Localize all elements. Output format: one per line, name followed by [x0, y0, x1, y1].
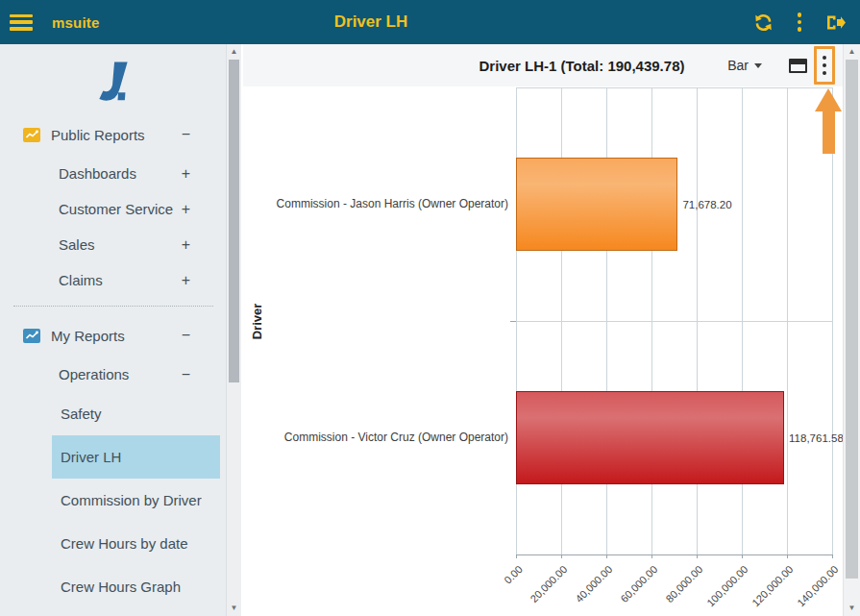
panel-kebab-icon[interactable]: [814, 46, 835, 85]
gridline: [832, 87, 833, 554]
kebab-icon[interactable]: [789, 12, 810, 33]
sidebar-item-customer-service[interactable]: Customer Service+: [0, 191, 227, 227]
sidebar-item-label: Sales: [59, 236, 95, 253]
x-axis-tick-label: 0.00: [502, 563, 525, 586]
x-axis-tick-label: 60,000.00: [618, 563, 659, 604]
sidebar-item-my-reports[interactable]: My Reports−: [0, 314, 227, 357]
main-scrollbar-thumb[interactable]: [846, 60, 858, 579]
panel-header: Driver LH-1 (Total: 190,439.78) Bar: [243, 44, 844, 87]
sidebar-item-safety[interactable]: Safety: [52, 392, 220, 435]
sidebar-item-label: Public Reports: [51, 127, 145, 143]
scroll-up-icon[interactable]: ▲: [227, 45, 241, 59]
scroll-down-icon[interactable]: ▼: [227, 602, 241, 615]
sidebar-item-label: Safety: [61, 401, 102, 427]
app-logo: [0, 44, 227, 113]
sidebar-nav: Public Reports−Dashboards+Customer Servi…: [0, 113, 227, 616]
plot-border-top: [516, 87, 832, 88]
sidebar-item-label: Equipment on Street Graph: [61, 612, 220, 616]
expand-icon[interactable]: +: [182, 201, 190, 218]
bar-victor-cruz[interactable]: [516, 391, 784, 484]
sidebar-item-label: My Reports: [51, 328, 125, 344]
y-axis-label: Driver: [247, 87, 268, 554]
axis-tick: [832, 554, 833, 558]
x-axis-tick-label: 40,000.00: [573, 563, 614, 604]
sidebar-item-label: Driver LH: [61, 444, 121, 470]
sidebar-scrollbar-thumb[interactable]: [229, 60, 239, 382]
expand-icon[interactable]: +: [182, 272, 190, 289]
sidebar-item-label: Crew Hours by date: [61, 530, 188, 556]
expand-icon[interactable]: +: [182, 165, 190, 183]
line-chart-icon: [23, 128, 40, 142]
sidebar-item-dashboards[interactable]: Dashboards+: [0, 156, 227, 191]
category-label: Commission - Jason Harris (Owner Operato…: [266, 158, 508, 251]
x-axis-tick-label: 120,000.00: [749, 563, 795, 608]
collapse-icon[interactable]: −: [182, 366, 190, 383]
value-label: 71,678.20: [682, 158, 731, 251]
main-scrollbar[interactable]: ▲ ▼: [843, 44, 860, 616]
sidebar-item-commission-by-driver[interactable]: Commission by Driver: [52, 479, 220, 522]
sidebar-item-equipment-on-street-graph[interactable]: Equipment on Street Graph: [52, 608, 220, 616]
hamburger-icon[interactable]: [10, 14, 33, 31]
sidebar: Public Reports−Dashboards+Customer Servi…: [0, 44, 243, 616]
sidebar-item-operations[interactable]: Operations−: [0, 357, 227, 392]
category-label: Commission - Victor Cruz (Owner Operator…: [266, 391, 508, 484]
sidebar-item-claims[interactable]: Claims+: [0, 262, 227, 298]
gridline: [516, 321, 832, 322]
bar-jason-harris[interactable]: [516, 158, 677, 251]
expand-icon[interactable]: +: [182, 236, 190, 254]
x-axis-tick-label: 20,000.00: [528, 563, 569, 604]
sidebar-item-label: Customer Service: [59, 201, 173, 217]
sidebar-item-label: Dashboards: [59, 165, 136, 182]
chart-card: 0.0020,000.0040,000.0060,000.0080,000.00…: [243, 86, 844, 616]
page-title: Driver LH: [334, 12, 408, 32]
sidebar-item-label: Claims: [59, 272, 103, 288]
sidebar-divider: [13, 306, 213, 307]
gridline: [742, 87, 743, 554]
x-axis-line: [516, 554, 832, 555]
value-label: 118,761.58: [789, 391, 844, 484]
app-brand: msuite: [52, 14, 100, 31]
report-panel: Driver LH-1 (Total: 190,439.78) Bar 0.00…: [243, 44, 860, 616]
sidebar-item-public-reports[interactable]: Public Reports−: [0, 113, 227, 156]
sidebar-item-crew-hours-graph[interactable]: Crew Hours Graph: [52, 565, 220, 608]
sidebar-item-driver-lh[interactable]: Driver LH: [52, 435, 220, 479]
sidebar-item-sales[interactable]: Sales+: [0, 227, 227, 262]
window-icon[interactable]: [789, 59, 807, 73]
chevron-down-icon: [754, 63, 762, 68]
bar-chart: 0.0020,000.0040,000.0060,000.0080,000.00…: [243, 86, 844, 616]
refresh-icon[interactable]: [752, 12, 774, 33]
scroll-up-icon[interactable]: ▲: [844, 45, 860, 59]
collapse-icon[interactable]: −: [182, 327, 190, 344]
line-chart-icon: [23, 329, 40, 343]
scroll-down-icon[interactable]: ▼: [844, 602, 860, 615]
gridline: [787, 87, 788, 554]
x-axis-tick-label: 80,000.00: [663, 563, 704, 604]
chart-type-dropdown[interactable]: Bar: [727, 58, 762, 73]
sidebar-scrollbar[interactable]: ▲ ▼: [226, 44, 241, 616]
x-axis-tick-label: 100,000.00: [704, 563, 749, 608]
collapse-icon[interactable]: −: [182, 126, 190, 143]
logout-icon[interactable]: [825, 12, 847, 33]
sidebar-item-label: Operations: [59, 366, 129, 382]
x-axis-tick-label: 140,000.00: [795, 563, 840, 608]
sidebar-item-label: Crew Hours Graph: [61, 574, 181, 600]
chart-type-value: Bar: [727, 58, 749, 73]
top-bar: msuite Driver LH: [0, 0, 860, 44]
sidebar-item-crew-hours-by-date[interactable]: Crew Hours by date: [52, 522, 220, 565]
sidebar-item-label: Commission by Driver: [61, 487, 202, 513]
